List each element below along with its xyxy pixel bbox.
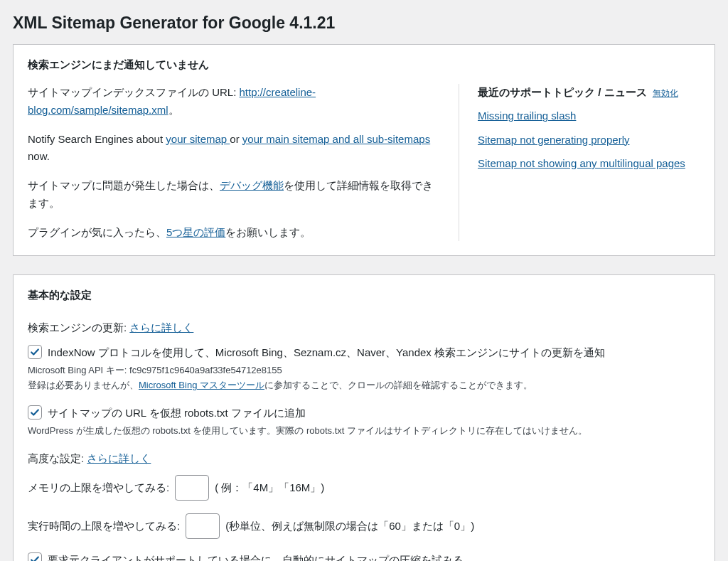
news-list: Missing trailing slash Sitemap not gener…: [478, 107, 700, 171]
compress-checkbox[interactable]: [28, 552, 42, 561]
indexnow-checkbox[interactable]: [28, 345, 42, 359]
page-title: XML Sitemap Generator for Google 4.1.21: [13, 0, 715, 44]
notify-your-sitemap-link[interactable]: your sitemap: [166, 133, 230, 145]
status-right-col: 最近のサポートトピック / ニュース 無効化 Missing trailing …: [459, 84, 700, 241]
memory-hint: ( 例：「4M」「16M」): [215, 479, 324, 496]
status-panel: 検索エンジンにまだ通知していません サイトマップインデックスファイルの URL:…: [13, 44, 715, 257]
debug-prefix: サイトマップに問題が発生した場合は、: [28, 179, 220, 191]
rating-line: プラグインが気に入ったら、5つ星の評価をお願いします。: [28, 224, 440, 242]
status-panel-title: 検索エンジンにまだ通知していません: [14, 45, 714, 80]
bing-note-suffix: に参加することで、クロールの詳細を確認することができます。: [264, 380, 532, 390]
news-heading-text: 最近のサポートトピック / ニュース: [478, 86, 647, 98]
notify-prefix: Notify Search Engines about: [28, 133, 166, 145]
exec-hint: (秒単位、例えば無制限の場合は「60」または「0」): [225, 518, 474, 534]
robots-checkbox[interactable]: [28, 405, 42, 420]
news-heading: 最近のサポートトピック / ニュース 無効化: [478, 84, 700, 100]
news-item-0[interactable]: Missing trailing slash: [478, 109, 576, 122]
advanced-section: 高度な設定: さらに詳しく: [28, 450, 700, 466]
advanced-learn-more-link[interactable]: さらに詳しく: [87, 452, 151, 464]
notify-suffix: now.: [28, 150, 50, 162]
robots-note: WordPress が生成した仮想の robots.txt を使用しています。実…: [28, 424, 700, 439]
basic-settings-title: 基本的な設定: [14, 275, 714, 310]
notify-or: or: [230, 133, 242, 145]
rating-suffix: をお願いします。: [225, 226, 311, 238]
robots-label: サイトマップの URL を仮想 robots.txt ファイルに追加: [48, 405, 306, 421]
bing-api-prefix: Microsoft Bing API キー:: [28, 365, 129, 375]
check-icon: [30, 407, 40, 417]
exec-label: 実行時間の上限を増やしてみる:: [28, 518, 180, 534]
check-icon: [30, 347, 40, 357]
bing-api-note: Microsoft Bing API キー: fc9c975f1c9640a9a…: [28, 363, 700, 393]
exec-input[interactable]: [186, 513, 220, 539]
rating-prefix: プラグインが気に入ったら、: [28, 226, 166, 238]
basic-settings-panel: 基本的な設定 検索エンジンの更新: さらに詳しく IndexNow プロトコルを…: [13, 274, 715, 561]
rating-link[interactable]: 5つ星の評価: [166, 226, 225, 238]
notify-line: Notify Search Engines about your sitemap…: [28, 131, 440, 166]
compress-label: 要求元クライアントがサポートしている場合に、自動的にサイトマップの圧縮を試みる: [48, 552, 464, 561]
bing-note-prefix: 登録は必要ありませんが、: [28, 380, 139, 390]
memory-label: メモリの上限を増やしてみる:: [28, 479, 169, 496]
status-left-col: サイトマップインデックスファイルの URL: http://createline…: [28, 84, 459, 241]
notify-main-sitemap-link[interactable]: your main sitemap and all sub-sitemaps: [242, 133, 430, 145]
news-item-1[interactable]: Sitemap not generating properly: [478, 134, 629, 146]
search-update-learn-more-link[interactable]: さらに詳しく: [129, 321, 193, 333]
sitemap-url-line: サイトマップインデックスファイルの URL: http://createline…: [28, 84, 440, 119]
search-update-section: 検索エンジンの更新: さらに詳しく: [28, 319, 700, 336]
memory-row: メモリの上限を増やしてみる: ( 例：「4M」「16M」): [28, 475, 700, 501]
memory-input[interactable]: [175, 475, 209, 501]
indexnow-label: IndexNow プロトコルを使用して、Microsoft Bing、Sezna…: [48, 344, 605, 360]
bing-api-key: fc9c975f1c9640a9af33fe54712e8155: [129, 365, 282, 375]
bing-master-tool-link[interactable]: Microsoft Bing マスターツール: [139, 380, 264, 390]
debug-line: サイトマップに問題が発生した場合は、デバッグ機能を使用して詳細情報を取得できます…: [28, 177, 440, 213]
debug-link[interactable]: デバッグ機能: [220, 179, 284, 191]
news-item-2[interactable]: Sitemap not showing any multilingual pag…: [478, 157, 685, 169]
news-disable-link[interactable]: 無効化: [653, 88, 678, 98]
search-update-label: 検索エンジンの更新:: [28, 321, 127, 333]
advanced-label: 高度な設定:: [28, 452, 84, 464]
exec-row: 実行時間の上限を増やしてみる: (秒単位、例えば無制限の場合は「60」または「0…: [28, 513, 700, 539]
check-icon: [30, 555, 40, 561]
sitemap-url-prefix: サイトマップインデックスファイルの URL:: [28, 86, 240, 98]
sitemap-url-suffix: 。: [168, 104, 179, 116]
